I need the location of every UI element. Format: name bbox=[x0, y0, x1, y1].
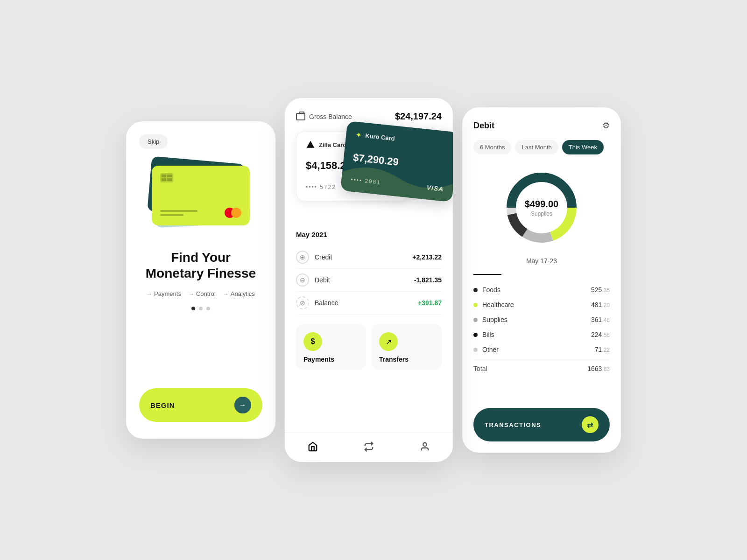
onboarding-features: → Payments → Control → Analytics bbox=[147, 290, 255, 297]
category-foods: Foods 525.35 bbox=[473, 282, 610, 297]
debit-title: Debit bbox=[473, 121, 494, 131]
total-label: Total bbox=[473, 365, 487, 372]
camera-icon bbox=[296, 113, 305, 120]
donut-amount: $499.00 bbox=[525, 199, 558, 210]
payments-label: Payments bbox=[303, 356, 359, 363]
svg-marker-0 bbox=[307, 141, 315, 148]
kuro-card-name: Kuro Card bbox=[365, 132, 395, 142]
dot-3 bbox=[206, 307, 210, 310]
balance-icon: ⊘ bbox=[296, 296, 309, 309]
cards-illustration bbox=[145, 160, 257, 235]
debit-amount: -1,821.35 bbox=[414, 276, 442, 284]
transactions-label: TRANSACTIONS bbox=[485, 421, 541, 428]
dashboard-screen: Gross Balance $24,197.24 Zilla Card $4,1… bbox=[285, 98, 453, 462]
kuro-card[interactable]: ✦ Kuro Card $7,290.29 •••• 2981 VISA bbox=[340, 121, 453, 202]
dollar-icon: $ bbox=[311, 337, 315, 346]
dot-1 bbox=[191, 307, 195, 310]
zilla-card-name: Zilla Card bbox=[319, 141, 346, 148]
transfer-icon: ↗ bbox=[386, 337, 392, 346]
category-bills: Bills 224.58 bbox=[473, 327, 610, 342]
supplies-dot bbox=[473, 318, 478, 322]
transfers-label: Transfers bbox=[379, 356, 434, 363]
transfers-action[interactable]: ↗ Transfers bbox=[372, 324, 442, 370]
arrow-icon-1: → bbox=[147, 291, 152, 297]
transfers-icon-wrap: ↗ bbox=[379, 332, 398, 351]
tab-this-week[interactable]: This Week bbox=[562, 140, 604, 154]
transactions-button[interactable]: TRANSACTIONS ⇄ bbox=[473, 408, 610, 441]
payments-icon-wrap: $ bbox=[303, 332, 322, 351]
card-main-lime bbox=[152, 166, 250, 225]
categories-list: Foods 525.35 Healthcare 481.20 Supplies … bbox=[473, 282, 610, 400]
bills-dot bbox=[473, 333, 478, 337]
balance-amount: +391.87 bbox=[418, 299, 442, 307]
profile-nav-icon[interactable] bbox=[419, 441, 431, 453]
kuro-star-icon: ✦ bbox=[355, 130, 362, 140]
divider bbox=[473, 274, 501, 275]
bottom-navigation bbox=[285, 433, 453, 462]
balance-label: Balance bbox=[315, 299, 338, 307]
debit-header: Debit ⚙ bbox=[473, 120, 610, 131]
debit-icon: ⊖ bbox=[296, 273, 309, 287]
transaction-credit: ⊕ Credit +2,213.22 bbox=[296, 246, 442, 269]
feature-payments: → Payments bbox=[147, 290, 181, 297]
donut-chart-container: $499.00 Supplies bbox=[473, 166, 610, 250]
donut-center: $499.00 Supplies bbox=[525, 199, 558, 217]
card-line-short bbox=[160, 214, 183, 216]
home-nav-icon[interactable] bbox=[307, 441, 319, 453]
begin-arrow-icon: → bbox=[234, 397, 251, 413]
gross-label: Gross Balance bbox=[296, 113, 352, 120]
total-row: Total 1663.83 bbox=[473, 359, 610, 378]
transaction-debit: ⊖ Debit -1,821.35 bbox=[296, 269, 442, 292]
card-line-long bbox=[160, 210, 197, 212]
transaction-balance: ⊘ Balance +391.87 bbox=[296, 292, 442, 315]
category-supplies: Supplies 361.48 bbox=[473, 312, 610, 327]
quick-actions: $ Payments ↗ Transfers bbox=[296, 324, 442, 379]
debit-label: Debit bbox=[315, 276, 330, 284]
onboarding-text: Find Your Monetary Finesse → Payments → … bbox=[139, 250, 262, 377]
analytics-screen: Debit ⚙ 6 Months Last Month This Week bbox=[462, 107, 621, 453]
gross-balance-header: Gross Balance $24,197.24 bbox=[296, 111, 442, 122]
feature-analytics: → Analytics bbox=[223, 290, 255, 297]
period-tabs: 6 Months Last Month This Week bbox=[473, 140, 610, 154]
onboarding-title: Find Your Monetary Finesse bbox=[146, 250, 256, 281]
tab-6-months[interactable]: 6 Months bbox=[473, 140, 511, 154]
card-chip-icon bbox=[160, 173, 173, 182]
begin-button[interactable]: BEGIN → bbox=[139, 388, 262, 422]
category-other: Other 71.22 bbox=[473, 342, 610, 357]
section-date: May 2021 bbox=[296, 231, 442, 238]
donut-chart: $499.00 Supplies bbox=[500, 166, 584, 250]
foods-dot bbox=[473, 288, 478, 292]
onboarding-screen: Skip bbox=[126, 121, 275, 439]
zilla-card-number: •••• 5722 bbox=[306, 184, 336, 190]
arrow-icon-2: → bbox=[189, 291, 194, 297]
category-healthcare: Healthcare 481.20 bbox=[473, 297, 610, 312]
healthcare-dot bbox=[473, 303, 478, 307]
zilla-logo-icon bbox=[306, 140, 315, 149]
kuro-header: ✦ Kuro Card bbox=[355, 130, 449, 149]
svg-point-1 bbox=[423, 443, 426, 446]
payments-action[interactable]: $ Payments bbox=[296, 324, 366, 370]
cards-area: Zilla Card $4,158.29 •••• 5722 bbox=[296, 131, 442, 217]
donut-label: Supplies bbox=[525, 210, 558, 217]
tab-last-month[interactable]: Last Month bbox=[515, 140, 558, 154]
transfer-nav-icon[interactable] bbox=[363, 441, 375, 453]
skip-button[interactable]: Skip bbox=[139, 134, 168, 149]
gross-amount: $24,197.24 bbox=[395, 111, 442, 122]
mastercard-icon bbox=[225, 208, 241, 218]
date-range: May 17-23 bbox=[473, 257, 610, 265]
dot-2 bbox=[199, 307, 203, 310]
pagination-dots bbox=[191, 307, 210, 310]
other-dot bbox=[473, 348, 478, 352]
credit-icon: ⊕ bbox=[296, 251, 309, 264]
feature-control: → Control bbox=[189, 290, 216, 297]
credit-label: Credit bbox=[315, 253, 332, 261]
transactions-arrow-icon: ⇄ bbox=[582, 416, 599, 433]
filter-icon[interactable]: ⚙ bbox=[602, 120, 610, 131]
credit-amount: +2,213.22 bbox=[412, 253, 442, 261]
arrow-icon-3: → bbox=[223, 291, 229, 297]
begin-label: BEGIN bbox=[150, 401, 175, 409]
